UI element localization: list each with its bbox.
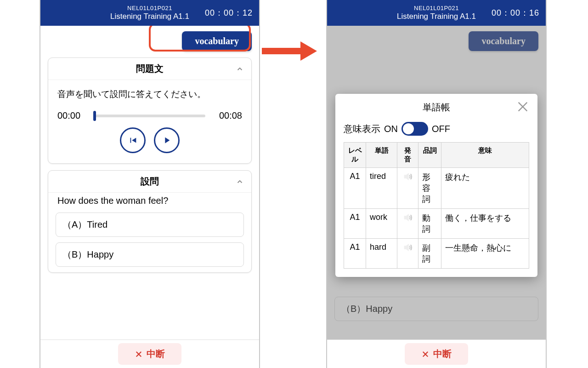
speaker-icon[interactable] [403,172,413,182]
col-word: 単語 [366,143,397,168]
question-card-title: 問題文 [136,63,164,75]
cell-word: tired [366,168,397,209]
vocabulary-button[interactable]: vocabulary [182,31,252,51]
vocabulary-table: レベル 単語 発音 品詞 意味 A1tired形容詞疲れたA1work動詞働く，… [344,142,529,269]
skip-previous-icon [128,135,138,145]
svg-marker-3 [300,41,317,61]
svg-rect-2 [262,48,301,54]
rewind-button[interactable] [120,127,146,153]
elapsed-timer: 00：00：12 [205,7,253,18]
toggle-on-label: ON [384,124,398,134]
cell-level: A1 [344,168,366,209]
play-icon [162,135,172,145]
col-level: レベル [344,143,366,168]
audio-total-time: 00:08 [210,110,242,121]
lesson-title: Listening Training A1.1 [397,12,476,21]
table-row: A1tired形容詞疲れた [344,168,529,209]
answer-card: 設問 How does the woman feel? （A）Tired （B）… [48,170,252,273]
question-prompt: How does the woman feel? [48,193,251,213]
choice-b[interactable]: （B）Happy [56,242,244,267]
cell-word: hard [366,239,397,269]
audio-current-time: 00:00 [57,110,90,121]
meaning-toggle-row: 意味表示 ON OFF [344,122,529,136]
choice-a[interactable]: （A）Tired [56,213,244,237]
modal-title: 単語帳 [423,102,450,112]
table-header-row: レベル 単語 発音 品詞 意味 [344,143,529,168]
answer-card-title: 設問 [141,175,159,188]
vocabulary-modal: 単語帳 意味表示 ON OFF レベル 単語 発音 品詞 意味 [335,94,537,277]
cell-pronounce [397,209,418,239]
suspend-label: 中断 [433,348,452,360]
footer: 中断 [40,339,259,368]
elapsed-timer: 00：00：16 [492,7,539,18]
col-pron: 発音 [397,143,418,168]
close-icon[interactable] [516,100,529,113]
cell-word: work [366,209,397,239]
col-pos: 品詞 [418,143,441,168]
close-icon [135,350,143,358]
audio-seek-track[interactable] [94,115,205,117]
footer: 中断 [327,339,546,368]
table-row: A1work動詞働く，仕事をする [344,209,529,239]
col-meaning: 意味 [441,143,529,168]
lesson-title: Listening Training A1.1 [110,12,189,21]
toggle-label: 意味表示 [344,123,380,135]
app-header: NEL01L01P021 Listening Training A1.1 00：… [327,0,546,26]
cell-meaning: 一生懸命，熱心に [441,239,529,269]
content-area: vocabulary 問題文 音声を聞いて設問に答えてください。 00:00 0… [40,26,259,339]
cell-pronounce [397,239,418,269]
suspend-button[interactable]: 中断 [405,343,468,365]
play-button[interactable] [154,127,180,153]
cell-level: A1 [344,209,366,239]
audio-seek-thumb[interactable] [93,111,96,121]
phone-screen-after: NEL01L01P021 Listening Training A1.1 00：… [326,0,547,368]
lesson-code: NEL01L01P021 [110,5,189,12]
cell-pos: 形容詞 [418,168,441,209]
toggle-off-label: OFF [432,124,450,134]
suspend-label: 中断 [147,348,165,360]
close-icon [421,350,430,358]
cell-meaning: 働く，仕事をする [441,209,529,239]
content-area: vocabulary （B）Happy 単語帳 意味表示 ON OFF レベル [327,26,546,339]
speaker-icon[interactable] [403,242,413,253]
phone-screen-before: NEL01L01P021 Listening Training A1.1 00：… [40,0,260,368]
toggle-knob [403,123,414,134]
question-card: 問題文 音声を聞いて設問に答えてください。 00:00 00:08 [48,58,252,164]
suspend-button[interactable]: 中断 [118,343,181,365]
answer-card-header[interactable]: 設問 [48,171,251,193]
audio-player: 00:00 00:08 [57,110,242,121]
question-card-header[interactable]: 問題文 [48,58,251,80]
transition-arrow-icon [262,41,317,61]
cell-pronounce [397,168,418,209]
cell-meaning: 疲れた [441,168,529,209]
cell-level: A1 [344,239,366,269]
instruction-text: 音声を聞いて設問に答えてください。 [57,88,242,100]
table-row: A1hard副詞一生懸命，熱心に [344,239,529,269]
cell-pos: 副詞 [418,239,441,269]
chevron-up-icon [236,65,244,73]
meaning-toggle[interactable] [401,122,428,136]
speaker-icon[interactable] [403,213,413,223]
cell-pos: 動詞 [418,209,441,239]
chevron-up-icon [236,178,244,186]
app-header: NEL01L01P021 Listening Training A1.1 00：… [40,0,259,26]
lesson-code: NEL01L01P021 [397,5,476,12]
